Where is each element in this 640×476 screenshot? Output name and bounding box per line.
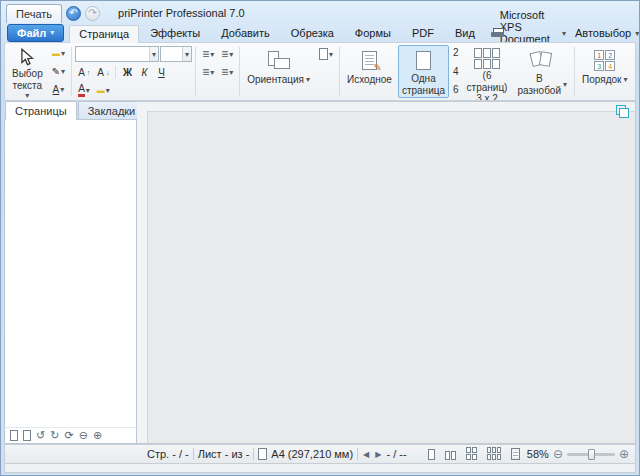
underline-button[interactable]: Ч — [153, 64, 169, 80]
refresh-icon[interactable]: ⟳ — [64, 430, 73, 441]
zoom-in-button[interactable]: ⊕ — [619, 448, 629, 460]
status-separator — [193, 448, 194, 460]
preview-area[interactable] — [137, 101, 636, 444]
file-menu-label: Файл — [17, 27, 46, 39]
six-pages-button[interactable]: 6 — [453, 85, 459, 95]
rotate-left-icon[interactable]: ↺ — [36, 430, 45, 441]
view-single-page-button[interactable] — [425, 447, 438, 462]
tab-crop[interactable]: Обрезка — [281, 24, 344, 42]
bold-button[interactable]: Ж — [119, 64, 135, 80]
four-pages-button[interactable]: 4 — [453, 67, 459, 77]
pencil-tool-button[interactable]: ✎ ▾ — [49, 64, 68, 80]
paper-setup-button[interactable]: ▾ — [316, 46, 336, 62]
page-canvas — [147, 111, 636, 444]
pencil-icon: ✎ — [374, 62, 382, 74]
tab-print[interactable]: Печать — [6, 4, 62, 23]
tab-bookmarks[interactable]: Закладки — [78, 101, 146, 119]
chevron-down-icon: ▾ — [182, 47, 191, 61]
highlight-tool-button[interactable]: ▬ ▾ — [49, 46, 68, 62]
chevron-down-icon: ▾ — [60, 85, 64, 94]
align-left-button[interactable]: ≡ ▾ — [199, 46, 217, 62]
original-layout-button[interactable]: ✎ Исходное — [343, 45, 396, 98]
tab-forms[interactable]: Формы — [345, 24, 401, 42]
six-pages-grid-label: (6 страниц) 3 х 2 — [467, 70, 508, 101]
paper-autoselect[interactable]: Автовыбор ▾ — [571, 24, 640, 42]
checkbox-icon — [635, 67, 636, 77]
one-page-icon — [416, 48, 431, 72]
zoom-value: 58% — [527, 448, 549, 460]
tab-effects[interactable]: Эффекты — [140, 24, 210, 42]
font-color-button[interactable]: А ▾ — [75, 82, 93, 98]
window-bottom-frame — [4, 464, 636, 473]
shuffle-button[interactable]: В разнобой ▾ — [513, 45, 571, 98]
zoom-out-button[interactable]: ⊖ — [553, 448, 563, 460]
order-label: Порядок — [582, 74, 621, 86]
two-pages-button[interactable]: 2 — [453, 48, 459, 58]
chevron-down-icon: ▾ — [229, 68, 233, 77]
pages-thumbnail-panel[interactable] — [4, 119, 137, 427]
view-continuous-button[interactable] — [508, 447, 523, 462]
zoom-slider[interactable] — [567, 453, 615, 456]
chevron-down-icon: ▾ — [210, 50, 214, 59]
align-center-button[interactable]: ≡ ▾ — [218, 46, 236, 62]
status-sheet: Лист - из - — [198, 448, 250, 460]
show-checkbox[interactable]: Показ... — [635, 82, 636, 95]
six-pages-grid-button[interactable]: (6 страниц) 3 х 2 — [463, 45, 512, 98]
grow-font-button[interactable]: А ↑ — [75, 64, 93, 80]
text-highlight-color-button[interactable]: ▬ ▾ — [94, 82, 113, 98]
align-icon: ≡ — [202, 48, 209, 60]
zoom-out-icon[interactable]: ⊖ — [79, 430, 88, 441]
view-grid-4-button[interactable] — [463, 447, 480, 462]
zoom-slider-thumb[interactable] — [588, 449, 595, 460]
select-text-button[interactable]: Выбор текста ▾ — [8, 45, 47, 98]
highlighter-icon: ▬ — [52, 49, 60, 58]
prev-page-icon[interactable] — [10, 430, 18, 441]
tab-view[interactable]: Вид — [445, 24, 485, 42]
italic-button[interactable]: К — [136, 64, 152, 80]
group-separator — [574, 47, 575, 96]
tab-pages[interactable]: Страницы — [5, 101, 77, 120]
printer-select[interactable]: Microsoft XPS Document Writer ▾ — [487, 24, 570, 42]
rotate-right-icon[interactable]: ↻ — [50, 430, 59, 441]
chevron-down-icon: ▾ — [306, 75, 310, 84]
ribbon: Выбор текста ▾ ▬ ▾ ✎ ▾ А ▾ ▾ — [4, 42, 636, 101]
tab-pdf[interactable]: PDF — [402, 24, 444, 42]
orientation-label: Ориентация — [247, 74, 304, 86]
zoom-in-icon[interactable]: ⊕ — [93, 430, 102, 441]
status-page-range: - / -- — [386, 448, 406, 460]
list-button[interactable]: ≡ ▾ — [199, 64, 217, 80]
order-button[interactable]: 1 2 3 4 Порядок ▾ — [578, 45, 631, 98]
view-two-pages-button[interactable] — [442, 447, 459, 462]
font-family-combo[interactable]: ▾ — [75, 46, 159, 62]
shrink-font-button[interactable]: А ↓ — [94, 64, 112, 80]
order-icon: 1 2 3 4 — [594, 48, 615, 73]
status-page: Стр. - / - — [147, 448, 189, 460]
highlight-color-icon: ▬ — [97, 86, 105, 95]
redo-button[interactable]: ↷ — [85, 6, 100, 21]
tab-add[interactable]: Добавить — [211, 24, 280, 42]
undo-button[interactable]: ↶ — [66, 6, 81, 21]
tab-page[interactable]: Страница — [69, 25, 139, 43]
main-area: Страницы Закладки ↺ ↻ ⟳ ⊖ ⊕ — [4, 101, 636, 444]
ribbon-tab-strip: Файл ▾ Страница Эффекты Добавить Обрезка… — [1, 23, 639, 42]
one-page-button[interactable]: Одна страница — [398, 45, 449, 98]
spacing-button[interactable]: ≡ ▾ — [218, 64, 236, 80]
font-color-icon: А — [78, 84, 85, 97]
text-note-tool-button[interactable]: А ▾ — [49, 81, 68, 97]
orientation-button[interactable]: Ориентация ▾ — [243, 45, 314, 98]
list-icon: ≡ — [202, 66, 209, 78]
shrink-font-icon: А — [97, 67, 104, 78]
font-size-combo[interactable]: ▾ — [160, 46, 192, 62]
from-new-checkbox[interactable]: С нов... — [635, 65, 636, 78]
status-separator — [357, 448, 358, 460]
next-page-button[interactable]: ▶ — [374, 450, 382, 459]
pencil-icon: ✎ — [52, 66, 60, 77]
next-page-icon[interactable] — [23, 430, 31, 441]
view-grid-6-button[interactable] — [484, 447, 504, 462]
text-tool-icon: А — [53, 84, 60, 95]
prev-page-button[interactable]: ◀ — [362, 450, 370, 459]
chevron-down-icon: ▾ — [25, 91, 29, 100]
layout-toggle-icon[interactable] — [616, 105, 629, 118]
repeat-checkbox[interactable]: Повт... — [635, 48, 636, 61]
file-menu-button[interactable]: Файл ▾ — [7, 24, 64, 42]
